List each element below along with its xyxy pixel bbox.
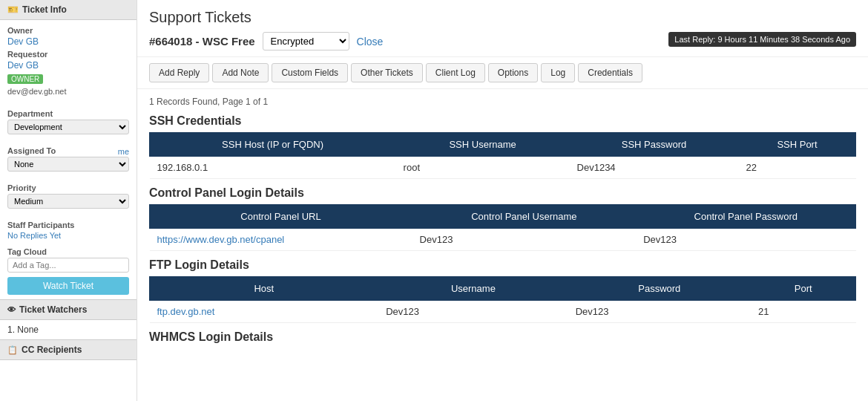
staff-participants-section: Staff Participants No Replies Yet: [0, 215, 137, 243]
owner-badge: OWNER: [7, 74, 43, 84]
priority-section: Priority Medium: [0, 177, 137, 215]
requestor-label: Requestor: [7, 50, 129, 59]
control-panel-table: Control Panel URL Control Panel Username…: [149, 204, 856, 251]
log-button[interactable]: Log: [541, 63, 575, 82]
page-title: Support Tickets: [149, 9, 856, 26]
close-link[interactable]: Close: [357, 36, 384, 48]
cp-username-value: Dev123: [412, 229, 637, 251]
ticket-watchers-header: 👁 Ticket Watchers: [0, 299, 137, 320]
watcher-none: 1. None: [7, 325, 39, 335]
toolbar: Add Reply Add Note Custom Fields Other T…: [137, 57, 868, 89]
add-reply-button[interactable]: Add Reply: [149, 63, 209, 82]
custom-fields-button[interactable]: Custom Fields: [272, 63, 348, 82]
ssh-host-header: SSH Host (IP or FQDN): [150, 133, 396, 157]
cp-url-header: Control Panel URL: [150, 205, 412, 229]
ticket-info-header: 🎫 Ticket Info: [0, 0, 137, 20]
ssh-port-value: 22: [738, 157, 855, 179]
control-panel-section-title: Control Panel Login Details: [149, 186, 856, 200]
ftp-table: Host Username Password Port ftp.dev.gb.n…: [149, 276, 856, 323]
cp-password-value: Dev123: [636, 229, 855, 251]
assigned-to-select[interactable]: None: [7, 157, 129, 172]
department-select[interactable]: Development: [7, 120, 129, 134]
ftp-username-header: Username: [378, 277, 568, 301]
ssh-port-header: SSH Port: [738, 133, 855, 157]
encrypted-select[interactable]: Encrypted Not Encrypted: [263, 32, 349, 50]
owner-section: Owner Dev GB Requestor Dev GB OWNER dev@…: [0, 20, 137, 103]
owner-label: Owner: [7, 26, 129, 35]
records-info: 1 Records Found, Page 1 of 1: [149, 97, 856, 107]
tag-cloud-section: Tag Cloud Watch Ticket: [0, 243, 137, 299]
ftp-password-value: Dev123: [568, 301, 751, 323]
ticket-icon: 🎫: [7, 4, 19, 15]
main-header: Support Tickets #664018 - WSC Free Encry…: [137, 0, 868, 57]
options-button[interactable]: Options: [488, 63, 538, 82]
owner-email: dev@dev.gb.net: [7, 87, 129, 96]
ticket-watchers-label: Ticket Watchers: [19, 304, 87, 315]
ssh-password-header: SSH Password: [570, 133, 739, 157]
cp-password-header: Control Panel Password: [636, 205, 855, 229]
priority-label: Priority: [7, 183, 129, 192]
watch-ticket-button[interactable]: Watch Ticket: [7, 277, 129, 295]
department-label: Department: [7, 109, 129, 118]
ftp-port-value: 21: [751, 301, 856, 323]
priority-select[interactable]: Medium: [7, 194, 129, 209]
staff-participants-label: Staff Participants: [7, 221, 129, 229]
ssh-username-value: root: [396, 157, 570, 179]
cp-username-header: Control Panel Username: [412, 205, 637, 229]
department-section: Department Development: [0, 103, 137, 140]
ssh-host-value: 192.168.0.1: [150, 157, 396, 179]
table-row: ftp.dev.gb.net Dev123 Dev123 21: [150, 301, 856, 323]
credentials-button[interactable]: Credentials: [578, 63, 642, 82]
client-log-button[interactable]: Client Log: [426, 63, 485, 82]
tag-input[interactable]: [7, 258, 129, 273]
last-reply-badge: Last Reply: 9 Hours 11 Minutes 38 Second…: [668, 32, 856, 47]
ticket-id: #664018 - WSC Free: [149, 35, 255, 48]
assigned-section: Assigned To me None: [0, 140, 137, 177]
assigned-me-link[interactable]: me: [118, 147, 129, 156]
tag-cloud-label: Tag Cloud: [7, 247, 129, 256]
ftp-password-header: Password: [568, 277, 751, 301]
watchers-content: 1. None: [0, 320, 137, 339]
ssh-section-title: SSH Credentials: [149, 114, 856, 128]
other-tickets-button[interactable]: Other Tickets: [351, 63, 423, 82]
ftp-host-header: Host: [150, 277, 379, 301]
table-row: 192.168.0.1 root Dev1234 22: [150, 157, 856, 179]
ftp-host-value: ftp.dev.gb.net: [150, 301, 379, 323]
no-replies-text: No Replies Yet: [7, 231, 129, 240]
eye-icon: 👁: [7, 305, 16, 314]
ssh-username-header: SSH Username: [396, 133, 570, 157]
ticket-title-row: #664018 - WSC Free Encrypted Not Encrypt…: [149, 32, 856, 50]
ftp-username-value: Dev123: [378, 301, 568, 323]
ssh-table: SSH Host (IP or FQDN) SSH Username SSH P…: [149, 132, 856, 179]
whmcs-section-title: WHMCS Login Details: [149, 330, 856, 344]
cc-recipients-label: CC Recipients: [22, 345, 82, 355]
owner-value[interactable]: Dev GB: [7, 36, 129, 47]
credentials-content: 1 Records Found, Page 1 of 1 SSH Credent…: [137, 89, 868, 356]
ticket-info-label: Ticket Info: [22, 4, 67, 15]
ftp-section-title: FTP Login Details: [149, 258, 856, 272]
cc-icon: 📋: [7, 345, 18, 355]
cc-recipients-header: 📋 CC Recipients: [0, 339, 137, 360]
assigned-to-label: Assigned To: [7, 146, 56, 155]
sidebar: 🎫 Ticket Info Owner Dev GB Requestor Dev…: [0, 0, 137, 401]
ftp-port-header: Port: [751, 277, 856, 301]
ssh-password-value: Dev1234: [570, 157, 739, 179]
main-content: Support Tickets #664018 - WSC Free Encry…: [137, 0, 868, 401]
cp-url-value: https://www.dev.gb.net/cpanel: [150, 229, 412, 251]
requestor-value[interactable]: Dev GB: [7, 60, 129, 71]
add-note-button[interactable]: Add Note: [212, 63, 269, 82]
table-row: https://www.dev.gb.net/cpanel Dev123 Dev…: [150, 229, 856, 251]
